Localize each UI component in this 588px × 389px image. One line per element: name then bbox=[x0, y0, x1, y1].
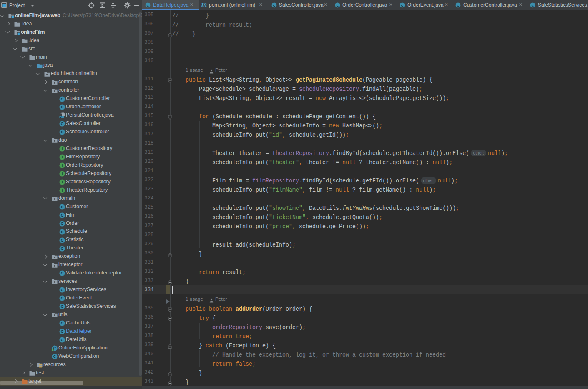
svg-text:C: C bbox=[532, 4, 534, 7]
svg-text:C: C bbox=[61, 247, 64, 251]
svg-text:J: J bbox=[60, 115, 62, 118]
svg-text:C: C bbox=[61, 97, 64, 101]
svg-text:C: C bbox=[53, 354, 56, 359]
svg-text:C: C bbox=[61, 329, 64, 334]
svg-text:C: C bbox=[61, 205, 64, 209]
svg-text:C: C bbox=[61, 288, 64, 292]
svg-text:C: C bbox=[61, 222, 64, 226]
svg-text:I: I bbox=[62, 163, 63, 167]
svg-text:C: C bbox=[61, 230, 64, 234]
svg-text:C: C bbox=[61, 305, 64, 309]
svg-text:C: C bbox=[61, 238, 64, 242]
svg-text:I: I bbox=[62, 147, 63, 151]
svg-text:I: I bbox=[62, 180, 63, 184]
svg-text:C: C bbox=[61, 321, 64, 325]
svg-text:C: C bbox=[61, 105, 64, 110]
svg-text:C: C bbox=[61, 272, 64, 276]
svg-text:C: C bbox=[61, 338, 64, 342]
svg-text:C: C bbox=[61, 297, 64, 301]
svg-text:I: I bbox=[62, 155, 63, 159]
svg-text:C: C bbox=[61, 122, 64, 126]
svg-text:I: I bbox=[62, 188, 63, 192]
svg-text:C: C bbox=[61, 130, 64, 135]
svg-text:C: C bbox=[61, 213, 64, 217]
svg-text:I: I bbox=[62, 172, 63, 176]
